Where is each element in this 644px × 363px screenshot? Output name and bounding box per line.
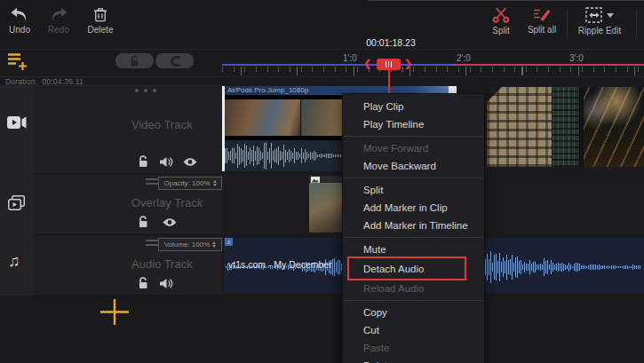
trash-icon	[93, 7, 107, 22]
menu-item-add-marker-in-timeline[interactable]: Add Marker in Timeline	[343, 217, 484, 234]
redo-button[interactable]: Redo	[41, 7, 76, 35]
opacity-value: Opacity: 100%	[163, 179, 210, 187]
video-clip-2[interactable]	[487, 87, 644, 167]
add-track-icon	[7, 51, 28, 70]
menu-item-reload-audio[interactable]: Reload Audio	[343, 280, 484, 297]
toolbar-divider	[567, 9, 568, 39]
split-all-icon	[533, 7, 551, 22]
playhead-left-arrow[interactable]: ❮	[363, 58, 371, 69]
audio-mute-toggle[interactable]	[160, 278, 173, 289]
menu-item-move-forward[interactable]: Move Forward	[343, 139, 484, 157]
opacity-stepper[interactable]: Opacity: 100%	[158, 177, 222, 190]
split-all-label: Split all	[528, 26, 556, 35]
menu-separator	[344, 300, 483, 301]
undo-button[interactable]: Undo	[3, 7, 36, 35]
add-media-plus-icon[interactable]	[99, 298, 130, 326]
video-clip-title: AirPods Pro Jump_1080p	[227, 86, 308, 94]
overlay-track-icon	[8, 195, 26, 210]
ruler-label-1min: 1':0	[343, 53, 357, 63]
audio-track-icon: ♫	[8, 252, 20, 271]
ruler-ticks-major	[222, 67, 644, 75]
menu-item-add-marker-in-clip[interactable]: Add Marker in Clip	[343, 199, 484, 217]
audio-lock-toggle[interactable]	[138, 277, 148, 289]
menu-item-mute[interactable]: Mute	[343, 241, 484, 258]
chevron-down-icon	[607, 13, 614, 18]
audio-clip-title: vt1s.com - My December	[228, 259, 332, 270]
delete-label: Delete	[88, 26, 114, 35]
menu-item-move-backward[interactable]: Move Backward	[343, 157, 484, 175]
ruler-progress-line-red	[454, 64, 644, 66]
playhead-marker[interactable]	[377, 59, 401, 70]
scissors-icon	[492, 7, 510, 23]
video-track-label: Video Track	[131, 118, 192, 131]
divider	[0, 76, 644, 77]
menu-item-delete[interactable]: Delete	[343, 357, 484, 363]
delete-button[interactable]: Delete	[82, 7, 119, 35]
menu-item-split[interactable]: Split	[343, 181, 484, 199]
redo-label: Redo	[48, 26, 69, 35]
ruler-label-2min: 2':0	[457, 53, 471, 63]
overlay-track-label: Overlay Track	[131, 196, 203, 209]
undo-label: Undo	[9, 26, 30, 35]
overlay-visibility-toggle[interactable]	[163, 217, 177, 227]
ripple-edit-label: Ripple Edit	[578, 27, 621, 36]
playhead-right-arrow[interactable]: ❯	[404, 58, 412, 69]
audio-track-header: Audio Track Volume: 100%	[34, 236, 222, 295]
menu-item-copy[interactable]: Copy	[343, 304, 484, 321]
split-label: Split	[492, 27, 509, 36]
menu-item-cut[interactable]: Cut	[343, 321, 484, 339]
menu-separator	[344, 237, 483, 238]
menu-separator	[344, 178, 483, 178]
menu-item-play-clip[interactable]: Play Clip	[343, 98, 484, 115]
video-mute-toggle[interactable]	[160, 156, 173, 168]
ruler-label-3min: 3':0	[569, 53, 584, 63]
video-visibility-toggle[interactable]	[183, 157, 197, 167]
add-track-button[interactable]	[7, 51, 32, 73]
split-button[interactable]: Split	[482, 7, 520, 36]
menu-item-play-timeline[interactable]: Play Timeline	[343, 115, 484, 133]
lock-icon	[130, 55, 139, 67]
panel-divider	[369, 0, 644, 1]
detach-audio-highlight-box	[347, 256, 466, 280]
overlay-track-header: Overlay Track Opacity: 100%	[34, 175, 222, 233]
track-drag-handle[interactable]	[135, 89, 156, 92]
split-all-button[interactable]: Split all	[521, 7, 563, 35]
video-lock-toggle[interactable]	[138, 155, 148, 168]
clip-selection-handle[interactable]	[222, 86, 225, 171]
menu-item-paste[interactable]: Paste	[343, 339, 484, 357]
ruler-progress-line-blue	[222, 64, 454, 66]
audio-track-label: Audio Track	[131, 257, 193, 271]
timeline-panel: Undo Redo Delete Split	[0, 0, 644, 363]
toolbar-divider	[636, 9, 637, 39]
playhead-timestamp: 00:01:18.23	[351, 37, 431, 48]
track-lock-toggle[interactable]	[115, 53, 154, 68]
magnet-icon	[169, 56, 181, 67]
stepper-arrows-icon[interactable]	[213, 180, 217, 186]
volume-stepper[interactable]: Volume: 100%	[158, 238, 222, 251]
ripple-edit-button[interactable]: Ripple Edit	[568, 7, 631, 36]
volume-value: Volume: 100%	[164, 241, 211, 249]
playhead-line[interactable]	[388, 70, 390, 94]
ripple-edit-icon	[585, 7, 603, 23]
overlay-lock-toggle[interactable]	[138, 216, 148, 228]
context-menu: Play Clip Play Timeline Move Forward Mov…	[342, 93, 485, 363]
video-track-icon	[7, 115, 27, 130]
menu-separator	[344, 136, 483, 137]
redo-icon	[49, 7, 68, 22]
image-icon	[311, 177, 320, 183]
snap-toggle[interactable]	[155, 53, 194, 68]
stepper-arrows-icon[interactable]	[212, 241, 216, 248]
undo-icon	[10, 7, 29, 22]
